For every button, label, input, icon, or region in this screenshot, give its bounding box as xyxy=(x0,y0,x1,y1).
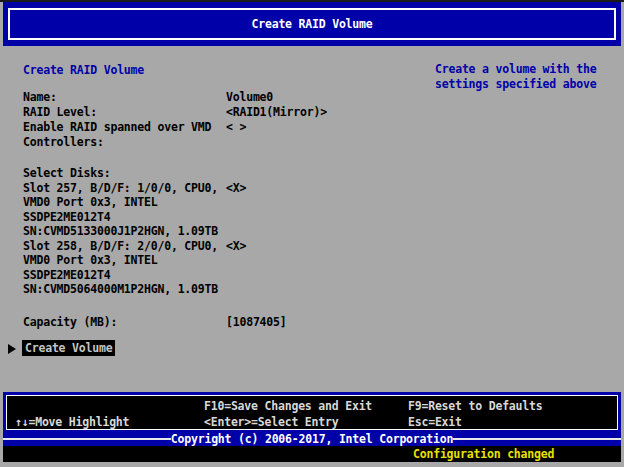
disk-257-checkbox[interactable]: <X> xyxy=(226,181,246,195)
help-text-line2: settings specified above xyxy=(435,77,620,92)
hint-reset-defaults: F9=Reset to Defaults xyxy=(408,399,542,413)
vmd-span-label: Enable RAID spanned over VMD xyxy=(23,120,211,134)
copyright-text: Copyright (c) 2006-2017, Intel Corporati… xyxy=(171,432,453,446)
create-volume-row: Create Volume xyxy=(0,341,300,357)
key-hints-box: F10=Save Changes and Exit F9=Reset to De… xyxy=(6,395,618,430)
form-row-disk-257-detail: VMD0 Port 0x3, INTEL xyxy=(0,195,430,210)
form-row-disk-257: Slot 257, B/D/F: 1/0/0, CPU0, <X> xyxy=(0,181,430,196)
disk-257-port-label: VMD0 Port 0x3, INTEL xyxy=(23,195,157,209)
disk-258-label: Slot 258, B/D/F: 2/0/0, CPU0, xyxy=(23,239,218,253)
form-row-disk-258-serial: SN:CVMD5064000M1P2HGN, 1.09TB xyxy=(0,282,430,297)
form-row-select-disks: Select Disks: xyxy=(0,166,430,181)
disk-258-checkbox[interactable]: <X> xyxy=(226,239,246,253)
form-row-vmd-span: Enable RAID spanned over VMD < > xyxy=(0,120,430,135)
raid-level-label: RAID Level: xyxy=(23,105,97,119)
title-bar: Create RAID Volume xyxy=(3,2,621,46)
select-disks-label: Select Disks: xyxy=(23,166,110,180)
name-label: Name: xyxy=(23,90,57,104)
form-row-controllers: Controllers: xyxy=(0,135,430,150)
page-title: Create RAID Volume xyxy=(23,63,144,77)
form-row-disk-258-detail: VMD0 Port 0x3, INTEL xyxy=(0,253,430,268)
hint-esc-exit: Esc=Exit xyxy=(408,415,462,429)
form-row-disk-258: Slot 258, B/D/F: 2/0/0, CPU0, <X> xyxy=(0,239,430,254)
help-panel: Create a volume with the settings specif… xyxy=(435,62,620,91)
controllers-label: Controllers: xyxy=(23,135,104,149)
disk-257-serial-label: SN:CVMD5133000J1P2HGN, 1.09TB xyxy=(23,224,218,238)
name-field[interactable]: Volume0 xyxy=(226,90,273,104)
capacity-field[interactable]: [1087405] xyxy=(226,315,287,329)
create-volume-button[interactable]: Create Volume xyxy=(22,340,115,356)
status-bar: Configuration changed xyxy=(3,446,621,462)
disk-257-label: Slot 257, B/D/F: 1/0/0, CPU0, xyxy=(23,181,218,195)
title-border-box: Create RAID Volume xyxy=(8,8,616,40)
footer-bar: F10=Save Changes and Exit F9=Reset to De… xyxy=(3,392,621,446)
help-text-line1: Create a volume with the xyxy=(435,62,620,77)
disk-258-model-label: SSDPE2ME012T4 xyxy=(23,268,110,282)
form-row-capacity: Capacity (MB): [1087405] xyxy=(0,315,430,330)
copyright-rule-right xyxy=(453,438,621,440)
hint-move-highlight: ↑↓=Move Highlight xyxy=(15,415,129,429)
hint-save-changes: F10=Save Changes and Exit xyxy=(204,399,372,413)
form-row-raid-level: RAID Level: <RAID1(Mirror)> xyxy=(0,105,430,120)
disk-257-model-label: SSDPE2ME012T4 xyxy=(23,210,110,224)
vmd-span-checkbox[interactable]: < > xyxy=(226,120,246,134)
selection-arrow-icon xyxy=(8,344,16,354)
copyright-row: Copyright (c) 2006-2017, Intel Corporati… xyxy=(3,432,621,446)
disk-258-port-label: VMD0 Port 0x3, INTEL xyxy=(23,253,157,267)
disk-258-serial-label: SN:CVMD5064000M1P2HGN, 1.09TB xyxy=(23,282,218,296)
form-row-disk-257-serial: SN:CVMD5133000J1P2HGN, 1.09TB xyxy=(0,224,430,239)
hint-select-entry: <Enter>=Select Entry xyxy=(204,415,338,429)
status-message: Configuration changed xyxy=(413,447,554,461)
window-title: Create RAID Volume xyxy=(251,17,372,31)
form-row-name: Name: Volume0 xyxy=(0,90,430,105)
form-row-disk-258-model: SSDPE2ME012T4 xyxy=(0,268,430,283)
copyright-rule-left xyxy=(3,438,171,440)
capacity-label: Capacity (MB): xyxy=(23,315,117,329)
form-row-disk-257-model: SSDPE2ME012T4 xyxy=(0,210,430,225)
raid-level-field[interactable]: <RAID1(Mirror)> xyxy=(226,105,327,119)
